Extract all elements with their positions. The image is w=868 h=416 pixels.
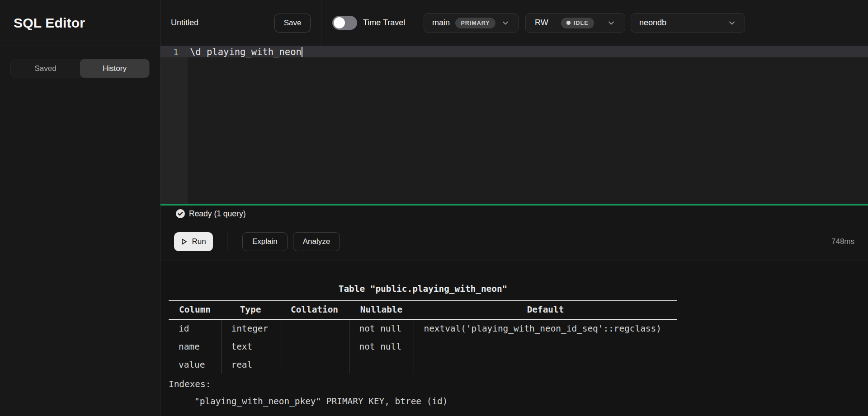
explain-button[interactable]: Explain <box>242 232 288 251</box>
save-button[interactable]: Save <box>274 14 311 33</box>
topbar: Untitled Save Time Travel main PRIMARY R… <box>160 0 868 46</box>
chevron-down-icon <box>501 19 510 28</box>
saved-history-tabs: Saved History <box>10 59 150 78</box>
column-header: Type <box>221 300 280 319</box>
sidebar-header: SQL Editor <box>0 0 160 46</box>
run-button[interactable]: Run <box>174 232 213 251</box>
database-dropdown[interactable]: neondb <box>631 13 745 33</box>
compute-dropdown[interactable]: RW IDLE <box>525 13 625 33</box>
status-bar: Ready (1 query) <box>160 206 868 222</box>
action-bar: Run Explain Analyze 748ms <box>160 222 868 261</box>
toggle-knob <box>334 17 345 28</box>
results-panel: Table "public.playing_with_neon" Column … <box>160 261 868 416</box>
column-header: Column <box>169 300 221 319</box>
page-title: SQL Editor <box>14 15 85 31</box>
chevron-down-icon <box>607 19 616 28</box>
line-number: 1 <box>160 47 188 57</box>
database-name: neondb <box>639 18 666 28</box>
code-text: \d playing_with_neon <box>190 47 302 57</box>
editor-gutter <box>160 46 188 204</box>
query-duration: 748ms <box>831 237 854 246</box>
table-row: value real <box>169 355 677 374</box>
chevron-down-icon <box>727 19 736 28</box>
analyze-button[interactable]: Analyze <box>293 232 340 251</box>
tab-history[interactable]: History <box>80 59 149 78</box>
table-row: id integer not null nextval('playing_wit… <box>169 319 677 337</box>
status-message: Ready (1 query) <box>189 209 245 219</box>
result-header-row: Column Type Collation Nullable Default <box>169 300 677 319</box>
time-travel-label: Time Travel <box>363 18 414 28</box>
main-area: Untitled Save Time Travel main PRIMARY R… <box>160 0 868 416</box>
tab-saved[interactable]: Saved <box>11 59 80 78</box>
sidebar: SQL Editor Saved History <box>0 0 160 416</box>
column-header: Nullable <box>349 300 414 319</box>
column-header: Default <box>414 300 677 319</box>
play-icon <box>181 238 188 245</box>
indexes-label: Indexes: <box>169 379 868 390</box>
branch-dropdown[interactable]: main PRIMARY <box>424 13 519 33</box>
topbar-query-section: Untitled Save <box>160 0 321 46</box>
result-table: Column Type Collation Nullable Default i… <box>169 300 677 374</box>
compute-name: RW <box>535 18 548 28</box>
table-row: name text not null <box>169 337 677 355</box>
branch-name: main <box>432 18 450 28</box>
text-cursor <box>302 47 302 57</box>
sql-editor-canvas[interactable]: 1 \d playing_with_neon <box>160 46 868 204</box>
compute-status-badge: IDLE <box>561 18 594 28</box>
status-dot-icon <box>566 21 571 25</box>
topbar-controls: Time Travel main PRIMARY RW IDLE neondb <box>321 0 745 46</box>
result-table-title: Table "public.playing_with_neon" <box>169 283 677 295</box>
editor-active-line[interactable]: 1 \d playing_with_neon <box>160 46 868 57</box>
index-detail: "playing_with_neon_pkey" PRIMARY KEY, bt… <box>169 396 868 407</box>
column-header: Collation <box>280 300 349 319</box>
check-circle-icon <box>175 209 185 219</box>
divider <box>227 232 227 251</box>
query-title: Untitled <box>171 18 198 28</box>
time-travel-toggle[interactable] <box>332 16 357 30</box>
branch-badge: PRIMARY <box>455 18 495 28</box>
